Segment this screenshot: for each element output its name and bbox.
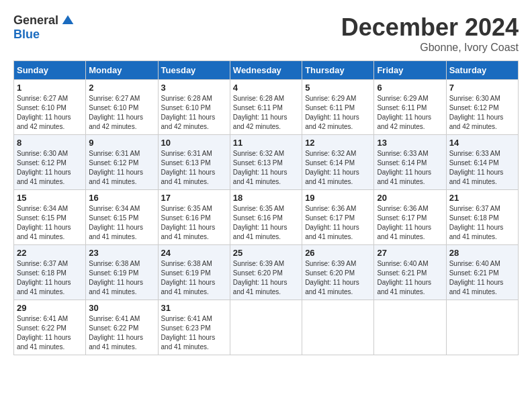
calendar-cell: 8Sunrise: 6:30 AMSunset: 6:12 PMDaylight… [14,135,86,190]
logo-blue-text: Blue [13,28,40,42]
day-number: 25 [233,248,299,258]
header-thursday: Thursday [302,61,374,80]
day-number: 28 [449,248,515,258]
calendar-cell: 11Sunrise: 6:32 AMSunset: 6:13 PMDayligh… [230,135,302,190]
day-number: 14 [449,138,515,148]
day-info: Sunrise: 6:29 AMSunset: 6:11 PMDaylight:… [377,94,443,132]
day-number: 24 [161,248,227,258]
calendar-week-1: 1Sunrise: 6:27 AMSunset: 6:10 PMDaylight… [14,80,519,135]
header-friday: Friday [374,61,446,80]
calendar-cell: 13Sunrise: 6:33 AMSunset: 6:14 PMDayligh… [374,135,446,190]
day-info: Sunrise: 6:27 AMSunset: 6:10 PMDaylight:… [17,94,83,132]
day-number: 19 [305,193,371,203]
calendar-cell: 6Sunrise: 6:29 AMSunset: 6:11 PMDaylight… [374,80,446,135]
calendar-cell: 31Sunrise: 6:41 AMSunset: 6:23 PMDayligh… [158,300,230,355]
day-info: Sunrise: 6:34 AMSunset: 6:15 PMDaylight:… [17,204,83,242]
day-info: Sunrise: 6:29 AMSunset: 6:11 PMDaylight:… [305,94,371,132]
calendar-cell: 18Sunrise: 6:35 AMSunset: 6:16 PMDayligh… [230,190,302,245]
day-number: 22 [17,248,83,258]
calendar-cell: 10Sunrise: 6:31 AMSunset: 6:13 PMDayligh… [158,135,230,190]
calendar-cell [230,300,302,355]
title-block: December 2024 Gbonne, Ivory Coast [341,13,519,54]
calendar-cell: 3Sunrise: 6:28 AMSunset: 6:10 PMDaylight… [158,80,230,135]
calendar-cell: 17Sunrise: 6:35 AMSunset: 6:16 PMDayligh… [158,190,230,245]
day-number: 18 [233,193,299,203]
day-number: 11 [233,138,299,148]
day-number: 17 [161,193,227,203]
day-number: 3 [161,83,227,93]
header-tuesday: Tuesday [158,61,230,80]
day-info: Sunrise: 6:37 AMSunset: 6:18 PMDaylight:… [449,204,515,242]
calendar-cell: 27Sunrise: 6:40 AMSunset: 6:21 PMDayligh… [374,245,446,300]
calendar-cell: 23Sunrise: 6:38 AMSunset: 6:19 PMDayligh… [86,245,158,300]
calendar-week-2: 8Sunrise: 6:30 AMSunset: 6:12 PMDaylight… [14,135,519,190]
calendar-cell: 24Sunrise: 6:38 AMSunset: 6:19 PMDayligh… [158,245,230,300]
day-info: Sunrise: 6:35 AMSunset: 6:16 PMDaylight:… [233,204,299,242]
day-info: Sunrise: 6:37 AMSunset: 6:18 PMDaylight:… [17,259,83,297]
calendar-cell: 1Sunrise: 6:27 AMSunset: 6:10 PMDaylight… [14,80,86,135]
header-wednesday: Wednesday [230,61,302,80]
day-info: Sunrise: 6:36 AMSunset: 6:17 PMDaylight:… [377,204,443,242]
day-number: 26 [305,248,371,258]
calendar-cell: 29Sunrise: 6:41 AMSunset: 6:22 PMDayligh… [14,300,86,355]
day-number: 7 [449,83,515,93]
calendar-cell: 25Sunrise: 6:39 AMSunset: 6:20 PMDayligh… [230,245,302,300]
calendar-cell: 4Sunrise: 6:28 AMSunset: 6:11 PMDaylight… [230,80,302,135]
header-sunday: Sunday [14,61,86,80]
calendar-cell [446,300,518,355]
day-number: 10 [161,138,227,148]
day-number: 31 [161,303,227,313]
calendar-cell: 12Sunrise: 6:32 AMSunset: 6:14 PMDayligh… [302,135,374,190]
day-number: 15 [17,193,83,203]
day-number: 23 [89,248,154,258]
calendar-cell: 5Sunrise: 6:29 AMSunset: 6:11 PMDaylight… [302,80,374,135]
day-info: Sunrise: 6:39 AMSunset: 6:20 PMDaylight:… [233,259,299,297]
day-info: Sunrise: 6:34 AMSunset: 6:15 PMDaylight:… [89,204,154,242]
calendar-cell: 15Sunrise: 6:34 AMSunset: 6:15 PMDayligh… [14,190,86,245]
calendar-cell: 22Sunrise: 6:37 AMSunset: 6:18 PMDayligh… [14,245,86,300]
day-info: Sunrise: 6:30 AMSunset: 6:12 PMDaylight:… [17,149,83,187]
day-info: Sunrise: 6:41 AMSunset: 6:22 PMDaylight:… [17,314,83,352]
day-info: Sunrise: 6:38 AMSunset: 6:19 PMDaylight:… [161,259,227,297]
day-info: Sunrise: 6:41 AMSunset: 6:22 PMDaylight:… [89,314,154,352]
day-info: Sunrise: 6:31 AMSunset: 6:13 PMDaylight:… [161,149,227,187]
logo: General Blue [13,13,75,42]
calendar-cell: 2Sunrise: 6:27 AMSunset: 6:10 PMDaylight… [86,80,158,135]
calendar-cell: 9Sunrise: 6:31 AMSunset: 6:12 PMDaylight… [86,135,158,190]
calendar-cell: 28Sunrise: 6:40 AMSunset: 6:21 PMDayligh… [446,245,518,300]
day-info: Sunrise: 6:41 AMSunset: 6:23 PMDaylight:… [161,314,227,352]
day-info: Sunrise: 6:33 AMSunset: 6:14 PMDaylight:… [449,149,515,187]
calendar-cell: 7Sunrise: 6:30 AMSunset: 6:12 PMDaylight… [446,80,518,135]
day-info: Sunrise: 6:39 AMSunset: 6:20 PMDaylight:… [305,259,371,297]
page-header: General Blue December 2024 Gbonne, Ivory… [13,13,519,54]
day-number: 9 [89,138,154,148]
day-info: Sunrise: 6:35 AMSunset: 6:16 PMDaylight:… [161,204,227,242]
day-number: 8 [17,138,83,148]
day-info: Sunrise: 6:38 AMSunset: 6:19 PMDaylight:… [89,259,154,297]
header-monday: Monday [86,61,158,80]
day-info: Sunrise: 6:33 AMSunset: 6:14 PMDaylight:… [377,149,443,187]
day-number: 30 [89,303,154,313]
logo-general-text: General [13,13,58,28]
calendar-cell: 30Sunrise: 6:41 AMSunset: 6:22 PMDayligh… [86,300,158,355]
day-number: 27 [377,248,443,258]
day-info: Sunrise: 6:30 AMSunset: 6:12 PMDaylight:… [449,94,515,132]
day-info: Sunrise: 6:40 AMSunset: 6:21 PMDaylight:… [449,259,515,297]
calendar-cell [302,300,374,355]
day-info: Sunrise: 6:36 AMSunset: 6:17 PMDaylight:… [305,204,371,242]
day-number: 12 [305,138,371,148]
day-info: Sunrise: 6:40 AMSunset: 6:21 PMDaylight:… [377,259,443,297]
day-number: 16 [89,193,154,203]
day-number: 1 [17,83,83,93]
day-info: Sunrise: 6:32 AMSunset: 6:14 PMDaylight:… [305,149,371,187]
day-number: 5 [305,83,371,93]
day-number: 2 [89,83,154,93]
calendar-cell: 19Sunrise: 6:36 AMSunset: 6:17 PMDayligh… [302,190,374,245]
calendar-table: SundayMondayTuesdayWednesdayThursdayFrid… [13,60,519,355]
location-text: Gbonne, Ivory Coast [341,42,519,54]
calendar-week-5: 29Sunrise: 6:41 AMSunset: 6:22 PMDayligh… [14,300,519,355]
day-info: Sunrise: 6:31 AMSunset: 6:12 PMDaylight:… [89,149,154,187]
logo-icon [61,14,75,28]
day-number: 6 [377,83,443,93]
day-info: Sunrise: 6:32 AMSunset: 6:13 PMDaylight:… [233,149,299,187]
